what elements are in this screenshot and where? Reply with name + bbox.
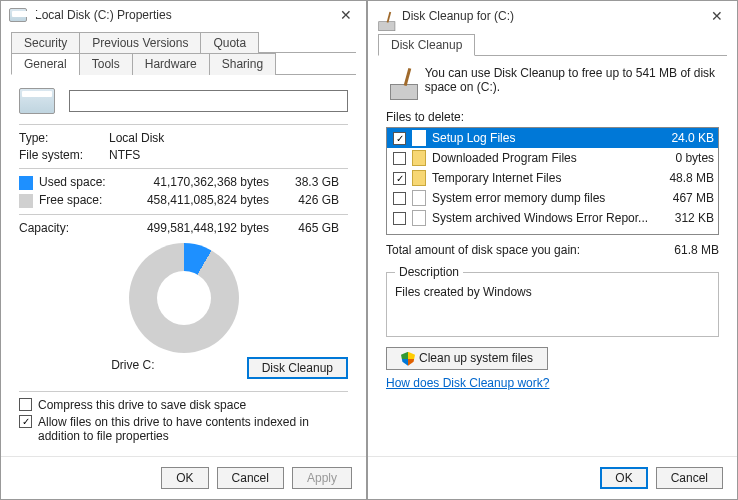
button-bar: OK Cancel [368, 456, 737, 499]
free-gb: 426 GB [269, 193, 339, 207]
ok-button[interactable]: OK [161, 467, 208, 489]
tab-security[interactable]: Security [11, 32, 80, 53]
file-row[interactable]: Setup Log Files24.0 KB [387, 128, 719, 148]
file-name: System archived Windows Error Repor... [432, 211, 648, 225]
drive-icon [19, 88, 55, 114]
compress-label: Compress this drive to save disk space [38, 398, 246, 412]
index-checkbox[interactable] [19, 415, 32, 428]
capacity-gb: 465 GB [269, 221, 339, 235]
file-list: Setup Log Files24.0 KBDownloaded Program… [386, 127, 719, 235]
file-row[interactable]: System error memory dump files467 MB [387, 188, 719, 208]
used-label: Used space: [39, 175, 106, 189]
type-label: Type: [19, 131, 109, 145]
tab-tools[interactable]: Tools [79, 53, 133, 75]
file-size: 24.0 KB [654, 131, 714, 145]
index-label: Allow files on this drive to have conten… [38, 415, 348, 443]
free-label: Free space: [39, 193, 102, 207]
file-row[interactable]: System archived Windows Error Repor...31… [387, 208, 719, 228]
tab-previous-versions[interactable]: Previous Versions [79, 32, 201, 53]
drive-icon [9, 8, 27, 22]
file-icon [412, 130, 426, 146]
file-size: 467 MB [654, 191, 714, 205]
ok-button[interactable]: OK [600, 467, 647, 489]
file-row[interactable]: Downloaded Program Files0 bytes [387, 148, 719, 168]
titlebar: Disk Cleanup for (C:) ✕ [368, 1, 737, 31]
file-name: Downloaded Program Files [432, 151, 648, 165]
free-swatch [19, 194, 33, 208]
file-checkbox[interactable] [393, 212, 406, 225]
capacity-bytes: 499,581,448,192 bytes [109, 221, 269, 235]
file-checkbox[interactable] [393, 152, 406, 165]
cancel-button[interactable]: Cancel [656, 467, 723, 489]
description-text: Files created by Windows [395, 285, 710, 299]
total-value: 61.8 MB [674, 243, 719, 257]
tabs-row-1: Security Previous Versions Quota [11, 31, 356, 53]
file-checkbox[interactable] [393, 192, 406, 205]
fs-value: NTFS [109, 148, 140, 162]
window-title: Local Disk (C:) Properties [35, 8, 326, 22]
files-to-delete-label: Files to delete: [386, 110, 719, 124]
clean-system-files-button[interactable]: Clean up system files [386, 347, 548, 370]
cancel-button[interactable]: Cancel [217, 467, 284, 489]
tab-disk-cleanup[interactable]: Disk Cleanup [378, 34, 475, 56]
file-name: System error memory dump files [432, 191, 648, 205]
type-value: Local Disk [109, 131, 164, 145]
properties-dialog: Local Disk (C:) Properties ✕ Security Pr… [0, 0, 367, 500]
file-size: 0 bytes [654, 151, 714, 165]
used-swatch [19, 176, 33, 190]
folder-icon [412, 170, 426, 186]
general-content: Type:Local Disk File system:NTFS Used sp… [1, 75, 366, 456]
apply-button[interactable]: Apply [292, 467, 352, 489]
file-checkbox[interactable] [393, 172, 406, 185]
file-size: 48.8 MB [654, 171, 714, 185]
description-group: Description Files created by Windows [386, 265, 719, 337]
used-bytes: 41,170,362,368 bytes [109, 175, 269, 189]
total-label: Total amount of disk space you gain: [386, 243, 674, 257]
help-link[interactable]: How does Disk Cleanup work? [386, 376, 549, 390]
used-gb: 38.3 GB [269, 175, 339, 189]
capacity-label: Capacity: [19, 221, 109, 235]
drive-label: Drive C: [19, 358, 247, 372]
usage-donut [129, 243, 239, 353]
tab-general[interactable]: General [11, 53, 80, 75]
file-checkbox[interactable] [393, 132, 406, 145]
tab-sharing[interactable]: Sharing [209, 53, 276, 75]
file-icon [412, 210, 426, 226]
free-bytes: 458,411,085,824 bytes [109, 193, 269, 207]
compress-checkbox[interactable] [19, 398, 32, 411]
shield-icon [401, 352, 415, 366]
disk-cleanup-button[interactable]: Disk Cleanup [247, 357, 348, 379]
file-name: Temporary Internet Files [432, 171, 648, 185]
volume-label-input[interactable] [69, 90, 348, 112]
close-icon[interactable]: ✕ [705, 8, 729, 24]
file-row[interactable]: Temporary Internet Files48.8 MB [387, 168, 719, 188]
file-name: Setup Log Files [432, 131, 648, 145]
file-size: 312 KB [654, 211, 714, 225]
cleanup-icon [386, 66, 415, 102]
tab-quota[interactable]: Quota [200, 32, 259, 53]
fs-label: File system: [19, 148, 109, 162]
cleanup-headline: You can use Disk Cleanup to free up to 5… [425, 66, 719, 102]
cleanup-icon [376, 11, 387, 22]
folder-icon [412, 150, 426, 166]
cleanup-content: You can use Disk Cleanup to free up to 5… [368, 56, 737, 456]
disk-cleanup-dialog: Disk Cleanup for (C:) ✕ Disk Cleanup You… [367, 0, 738, 500]
file-icon [412, 190, 426, 206]
button-bar: OK Cancel Apply [1, 456, 366, 499]
tab-hardware[interactable]: Hardware [132, 53, 210, 75]
tabs-row: Disk Cleanup [378, 33, 727, 56]
titlebar: Local Disk (C:) Properties ✕ [1, 1, 366, 29]
tabs-row-2: General Tools Hardware Sharing [11, 52, 356, 75]
close-icon[interactable]: ✕ [334, 7, 358, 23]
description-legend: Description [395, 265, 463, 279]
window-title: Disk Cleanup for (C:) [402, 9, 697, 23]
